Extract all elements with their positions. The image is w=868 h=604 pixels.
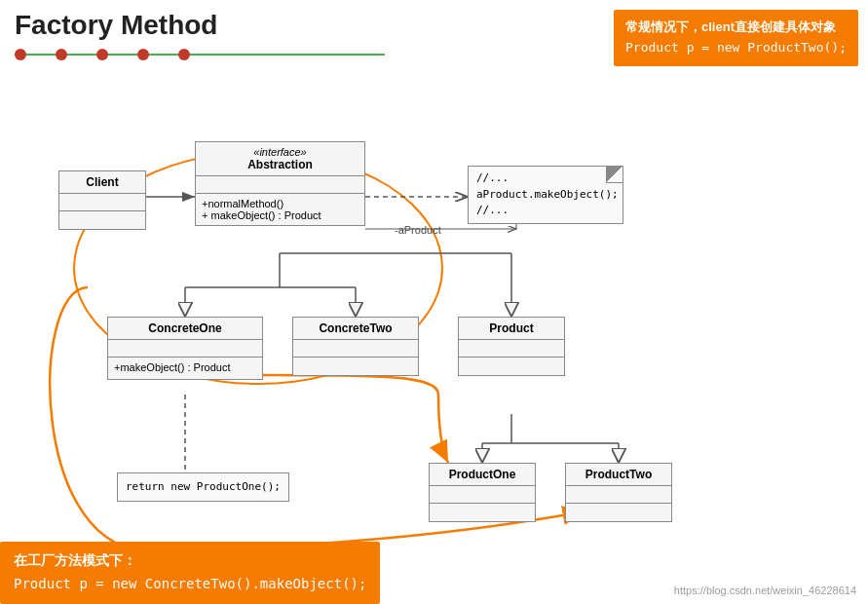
abstraction-header: «interface» Abstraction xyxy=(196,142,364,176)
abstraction-section-1 xyxy=(196,176,364,194)
concretetwo-section-1 xyxy=(293,340,418,358)
callout-top-line1: 常规情况下，client直接创建具体对象 xyxy=(625,19,836,34)
dot-3 xyxy=(96,49,108,60)
uml-box-productone: ProductOne xyxy=(429,463,536,522)
svg-text:-aProduct: -aProduct xyxy=(395,224,441,236)
productone-section-1 xyxy=(430,486,535,504)
code-snippet-return: return new ProductOne(); xyxy=(117,472,289,502)
callout-top: 常规情况下，client直接创建具体对象 Product p = new Pro… xyxy=(614,10,858,66)
page-container: Factory Method 常规情况下，client直接创建具体对象 Prod… xyxy=(0,0,868,604)
productone-section-2 xyxy=(430,504,535,521)
callout-bottom-line1: 在工厂方法模式下： xyxy=(14,552,136,568)
callout-top-line2: Product p = new ProductTwo(); xyxy=(625,40,847,55)
note-code1: //...aProduct.makeObject();//... xyxy=(476,171,619,216)
uml-box-product: Product xyxy=(458,317,565,376)
client-name: Client xyxy=(86,175,118,189)
uml-box-abstraction: «interface» Abstraction +normalMethod()+… xyxy=(195,141,365,226)
note-box-aProduct: //...aProduct.makeObject();//... xyxy=(468,166,623,224)
producttwo-name: ProductTwo xyxy=(585,468,652,481)
dot-2 xyxy=(56,49,67,60)
product-section-1 xyxy=(459,340,564,358)
dot-4 xyxy=(137,49,149,60)
callout-bottom-line2: Product p = new ConcreteTwo().makeObject… xyxy=(14,576,366,591)
code-snippet-text: return new ProductOne(); xyxy=(126,480,281,493)
concretetwo-section-2 xyxy=(293,358,418,375)
client-header: Client xyxy=(59,171,145,194)
dot-1 xyxy=(15,49,26,60)
producttwo-header: ProductTwo xyxy=(566,464,671,486)
concreteone-methods: +makeObject() : Product xyxy=(108,358,262,379)
uml-box-client: Client xyxy=(58,170,146,230)
product-header: Product xyxy=(459,318,564,340)
uml-box-concretetwo: ConcreteTwo xyxy=(292,317,419,376)
producttwo-section-1 xyxy=(566,486,671,504)
concreteone-section-1 xyxy=(108,340,262,358)
client-section-1 xyxy=(59,194,145,211)
abstraction-methods: +normalMethod()+ makeObject() : Product xyxy=(196,194,364,225)
callout-bottom: 在工厂方法模式下： Product p = new ConcreteTwo().… xyxy=(0,542,380,604)
client-section-2 xyxy=(59,211,145,229)
productone-header: ProductOne xyxy=(430,464,535,486)
watermark: https://blog.csdn.net/weixin_46228614 xyxy=(674,585,856,596)
diagram-area: -aProduct xyxy=(10,93,848,570)
product-name: Product xyxy=(489,321,533,335)
concreteone-name: ConcreteOne xyxy=(148,321,221,335)
dot-5 xyxy=(178,49,190,60)
uml-box-concreteone: ConcreteOne +makeObject() : Product xyxy=(107,317,263,380)
producttwo-section-2 xyxy=(566,504,671,521)
abstraction-stereotype: «interface» xyxy=(202,146,359,158)
product-section-2 xyxy=(459,358,564,375)
concretetwo-name: ConcreteTwo xyxy=(319,321,392,335)
concretetwo-header: ConcreteTwo xyxy=(293,318,418,340)
abstraction-name: Abstraction xyxy=(247,158,313,171)
uml-box-producttwo: ProductTwo xyxy=(565,463,672,522)
concreteone-header: ConcreteOne xyxy=(108,318,262,340)
productone-name: ProductOne xyxy=(449,468,516,481)
